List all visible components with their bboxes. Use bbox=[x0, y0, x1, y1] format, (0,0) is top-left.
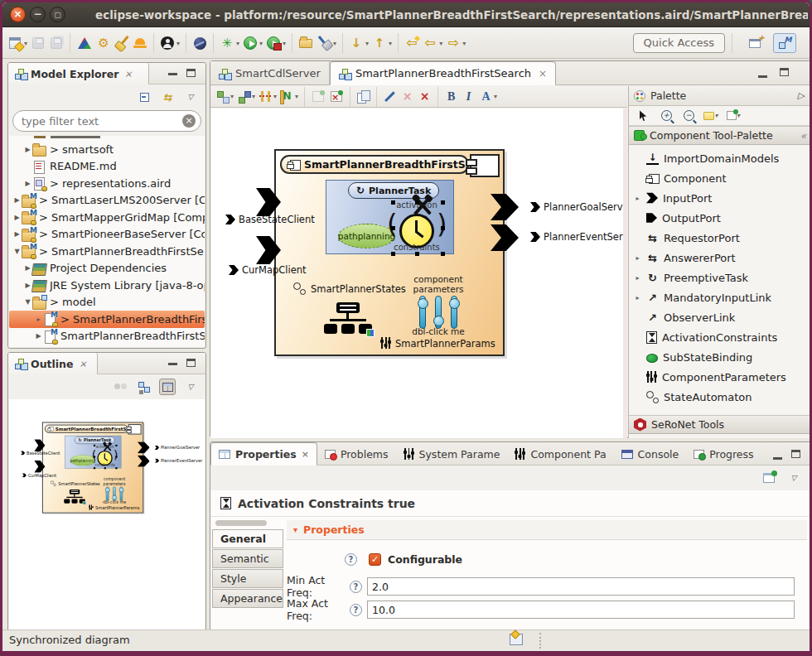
editor-tab-2[interactable]: SmartPlannerBreadthFirstSearch× bbox=[330, 61, 556, 85]
selection-handle[interactable] bbox=[94, 467, 95, 469]
delete-from-diagram-button[interactable]: × bbox=[399, 88, 416, 106]
tree-item[interactable]: ▶> representations.aird bbox=[9, 175, 205, 192]
close-view-icon[interactable]: × bbox=[79, 359, 86, 369]
palette-item-substatebinding[interactable]: SubStateBinding bbox=[634, 347, 811, 367]
dropdown-icon[interactable]: ▾ bbox=[176, 40, 180, 47]
selection-handle[interactable] bbox=[391, 252, 395, 256]
close-tab-icon[interactable]: × bbox=[539, 68, 547, 80]
maximize-window-button[interactable]: ▢ bbox=[50, 7, 65, 22]
palette-header[interactable]: Palette ▷ bbox=[629, 86, 811, 106]
distribute-button[interactable]: ▾ bbox=[257, 88, 278, 106]
run-button[interactable]: ▾ bbox=[241, 32, 264, 54]
status-pin-icon[interactable] bbox=[510, 634, 523, 645]
clean-broom-button[interactable] bbox=[113, 32, 131, 54]
bold-button[interactable]: B bbox=[442, 88, 460, 106]
tree-expander-icon[interactable]: ▶ bbox=[12, 196, 22, 204]
palette-item-observerlink[interactable]: ↗ObserverLink bbox=[634, 307, 811, 327]
palette-item-componentparameters[interactable]: ComponentParameters bbox=[634, 367, 811, 387]
tree-item[interactable]: ▶MSmartPlannerBreadthFirstS bbox=[9, 328, 205, 345]
user-profile-button[interactable]: ▾ bbox=[158, 32, 181, 54]
tree-expander-icon[interactable]: ▶ bbox=[23, 282, 32, 289]
selection-handle[interactable] bbox=[94, 456, 95, 457]
help-icon[interactable]: ? bbox=[350, 604, 362, 616]
selection-handle[interactable] bbox=[104, 467, 106, 469]
tree-expander-icon[interactable]: ▼ bbox=[12, 248, 22, 255]
tree-item[interactable]: ▶M> SmartLaserLMS200Server [Co bbox=[9, 192, 205, 210]
selection-handle[interactable] bbox=[115, 456, 117, 457]
selection-handle[interactable] bbox=[441, 226, 445, 230]
component-tool-palette-section[interactable]: Component Tool-Palette « bbox=[629, 126, 811, 145]
state-hierarchy-icon[interactable] bbox=[324, 302, 372, 339]
minimize-view-button[interactable] bbox=[773, 457, 782, 460]
selection-handle[interactable] bbox=[391, 200, 395, 205]
prev-annotation-button[interactable]: ↑▾ bbox=[370, 32, 394, 54]
view-menu-button[interactable]: ▽ bbox=[182, 379, 199, 395]
model-explorer-tab[interactable]: Model Explorer × bbox=[8, 63, 149, 84]
minimize-view-button[interactable] bbox=[168, 73, 177, 75]
category-tab-appearance[interactable]: Appearance bbox=[212, 589, 283, 608]
palette-item-expander[interactable]: ▸ bbox=[634, 274, 641, 282]
category-tab-general[interactable]: General bbox=[212, 529, 283, 548]
component-parameters-icon[interactable] bbox=[419, 296, 459, 330]
selection-handle[interactable] bbox=[115, 445, 117, 446]
save-all-button[interactable] bbox=[47, 32, 65, 54]
clear-filter-icon[interactable]: × bbox=[182, 114, 196, 128]
dropdown-icon[interactable]: ▾ bbox=[283, 40, 286, 47]
properties-section-header[interactable]: ▾ Properties bbox=[287, 520, 807, 540]
note-tool-button[interactable]: ▾ bbox=[703, 108, 719, 124]
outline-thumbnail[interactable]: SmartPlannerBreadthFirstSearch ↻ Planner… bbox=[9, 399, 205, 630]
component-node[interactable]: SmartPlannerBreadthFirstSearch ↻ Planner… bbox=[42, 422, 143, 514]
pin-property-view-button[interactable] bbox=[761, 470, 777, 486]
palette-item-outputport[interactable]: OutputPort bbox=[634, 208, 811, 228]
palette-item-expander[interactable]: ▸ bbox=[634, 195, 641, 202]
zoom-in-button[interactable]: + bbox=[658, 108, 674, 124]
palette-item-expander[interactable]: ▸ bbox=[634, 254, 641, 262]
dropdown-icon[interactable]: ▾ bbox=[273, 93, 277, 100]
selection-handle[interactable] bbox=[94, 445, 95, 446]
link-with-editor-button[interactable]: ⇆ bbox=[159, 89, 176, 105]
tree-item[interactable]: ▸M> SmartPlannerBreadthFirst bbox=[9, 311, 205, 328]
outline-tab[interactable]: Outline × bbox=[8, 353, 98, 374]
tree-expander-icon[interactable]: ▶ bbox=[23, 180, 32, 187]
editor-tab-1[interactable]: SmartCdlServer bbox=[210, 61, 330, 85]
min-act-freq-input[interactable] bbox=[367, 577, 795, 596]
palette-item-preemptivetask[interactable]: ▸↻PreemptiveTask bbox=[634, 268, 811, 287]
palette-item-importdomainmodels[interactable]: ↓ImportDomainModels bbox=[634, 148, 811, 168]
tree-expander-icon[interactable]: ▶ bbox=[23, 264, 32, 272]
close-tab-icon[interactable]: × bbox=[302, 449, 309, 460]
max-act-freq-input[interactable] bbox=[367, 601, 795, 619]
seronet-tools-section[interactable]: SeRoNet Tools bbox=[629, 415, 811, 434]
planner-task-node[interactable]: ↻ PlannerTask pathplanning activation ( … bbox=[65, 436, 121, 469]
mark-occurrences-button[interactable]: ▾ bbox=[315, 32, 338, 54]
tree-expander-icon[interactable]: ▶ bbox=[12, 230, 22, 238]
configurable-checkbox[interactable]: ✓ bbox=[369, 553, 381, 566]
debug-button[interactable]: ✳▾ bbox=[218, 32, 241, 54]
palette-item-answererport[interactable]: ▸⇆AnswererPort bbox=[634, 248, 811, 268]
help-icon[interactable]: ? bbox=[345, 553, 357, 566]
dropdown-icon[interactable]: ▾ bbox=[24, 40, 27, 47]
tab-problems[interactable]: Problems bbox=[317, 442, 396, 465]
tree-item[interactable]: ▼M> SmartPlannerBreadthFirstSe bbox=[9, 243, 205, 260]
palette-item-activationconstraints[interactable]: ActivationConstraints bbox=[634, 327, 811, 347]
outline-thumbnail-button[interactable] bbox=[159, 379, 176, 395]
tree-expander-icon[interactable]: ▶ bbox=[12, 214, 22, 221]
tree-item[interactable]: ▶Project Dependencies bbox=[9, 260, 205, 277]
section-collapse-icon[interactable]: ▾ bbox=[293, 525, 297, 534]
copy-appearance-button[interactable] bbox=[355, 88, 372, 106]
collapse-section-icon[interactable]: « bbox=[800, 130, 806, 142]
category-tab-style[interactable]: Style bbox=[212, 569, 283, 588]
select-tool-button[interactable] bbox=[636, 108, 652, 124]
unpin-elements-button[interactable] bbox=[327, 88, 346, 106]
modeling-perspective-button[interactable] bbox=[773, 33, 796, 53]
tree-expander-icon[interactable]: ▶ bbox=[34, 332, 43, 340]
pin-elements-button[interactable] bbox=[309, 88, 327, 106]
palette-item-expander[interactable]: ▸ bbox=[634, 294, 641, 301]
selection-handle[interactable] bbox=[391, 226, 395, 230]
view-menu-button[interactable]: ▽ bbox=[785, 470, 802, 486]
palette-item-stateautomaton[interactable]: StateAutomaton bbox=[634, 387, 811, 407]
save-button[interactable] bbox=[29, 32, 47, 54]
dropdown-icon[interactable]: ▾ bbox=[389, 40, 392, 47]
help-icon[interactable]: ? bbox=[350, 581, 362, 593]
filter-input[interactable] bbox=[12, 110, 201, 132]
collapse-all-button[interactable] bbox=[136, 89, 152, 105]
